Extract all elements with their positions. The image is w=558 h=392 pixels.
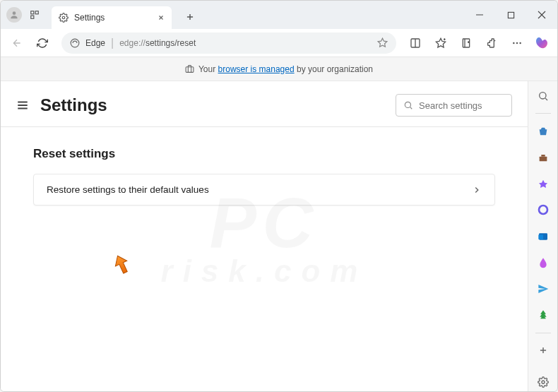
svg-point-25: [405, 102, 410, 107]
svg-rect-3: [31, 16, 34, 18]
svg-line-28: [545, 98, 547, 100]
briefcase-icon: [185, 64, 194, 73]
svg-point-0: [13, 11, 16, 15]
settings-page: PCrisk.com Settings Reset settings Resto…: [1, 81, 528, 392]
outlook-side-icon[interactable]: [533, 226, 554, 247]
new-tab-button[interactable]: [180, 7, 200, 27]
svg-point-7: [71, 39, 79, 47]
gear-icon: [59, 13, 69, 23]
tab-actions-button[interactable]: [26, 6, 43, 23]
svg-point-31: [539, 206, 547, 214]
drop-side-icon[interactable]: [533, 252, 554, 273]
copilot-button[interactable]: [532, 33, 552, 53]
back-button[interactable]: [6, 32, 28, 54]
managed-banner: Your browser is managed by your organiza…: [1, 57, 557, 81]
favorite-star-button[interactable]: [377, 37, 388, 48]
toolbar: Edge | edge://settings/reset: [1, 29, 557, 57]
address-app-label: Edge: [85, 38, 105, 48]
svg-point-18: [513, 42, 514, 43]
address-url: edge://settings/reset: [119, 38, 196, 48]
svg-point-34: [542, 381, 545, 384]
settings-title: Settings: [40, 95, 107, 115]
restore-defaults-item[interactable]: Restore settings to their default values: [33, 174, 495, 206]
sidebar-settings-button[interactable]: [533, 372, 554, 392]
svg-rect-33: [538, 234, 543, 239]
refresh-button[interactable]: [32, 32, 53, 54]
games-side-icon[interactable]: [533, 174, 554, 194]
settings-search[interactable]: [396, 94, 512, 117]
svg-point-27: [539, 92, 545, 98]
minimize-button[interactable]: [464, 1, 495, 29]
svg-rect-6: [508, 12, 514, 18]
svg-rect-21: [186, 67, 194, 73]
settings-search-input[interactable]: [419, 100, 528, 111]
close-tab-button[interactable]: [158, 14, 165, 21]
maximize-button[interactable]: [495, 1, 526, 29]
svg-rect-30: [541, 155, 545, 157]
svg-rect-2: [35, 11, 38, 14]
favorites-button[interactable]: [430, 32, 451, 54]
collections-button[interactable]: [456, 32, 477, 54]
svg-rect-29: [539, 157, 547, 162]
shopping-side-icon[interactable]: [533, 121, 554, 141]
svg-line-26: [410, 107, 412, 109]
svg-point-19: [516, 42, 518, 43]
edge-sidebar: [528, 81, 557, 392]
managed-link[interactable]: browser is managed: [218, 64, 295, 74]
restore-defaults-label: Restore settings to their default values: [47, 184, 209, 195]
m365-side-icon[interactable]: [533, 200, 554, 220]
edge-icon: [70, 38, 80, 48]
browser-tab[interactable]: Settings: [52, 6, 172, 29]
split-screen-button[interactable]: [405, 32, 426, 54]
tools-side-icon[interactable]: [533, 147, 554, 167]
settings-menu-button[interactable]: [16, 99, 29, 112]
tree-side-icon[interactable]: [533, 304, 554, 325]
sidebar-add-button[interactable]: [533, 340, 554, 361]
address-bar[interactable]: Edge | edge://settings/reset: [61, 32, 396, 54]
section-title: Reset settings: [33, 147, 495, 161]
search-icon: [403, 100, 413, 110]
svg-point-4: [62, 16, 65, 19]
extensions-button[interactable]: [481, 32, 502, 54]
svg-point-20: [519, 42, 521, 43]
menu-button[interactable]: [506, 32, 528, 54]
svg-marker-8: [378, 38, 387, 47]
search-side-icon[interactable]: [533, 85, 554, 106]
chevron-right-icon: [472, 185, 482, 195]
tab-title: Settings: [74, 13, 152, 23]
svg-rect-1: [31, 11, 34, 14]
close-window-button[interactable]: [526, 1, 557, 29]
send-side-icon[interactable]: [533, 278, 554, 299]
cursor-annotation: [111, 254, 132, 278]
titlebar: Settings: [1, 1, 557, 29]
profile-button[interactable]: [6, 7, 22, 23]
